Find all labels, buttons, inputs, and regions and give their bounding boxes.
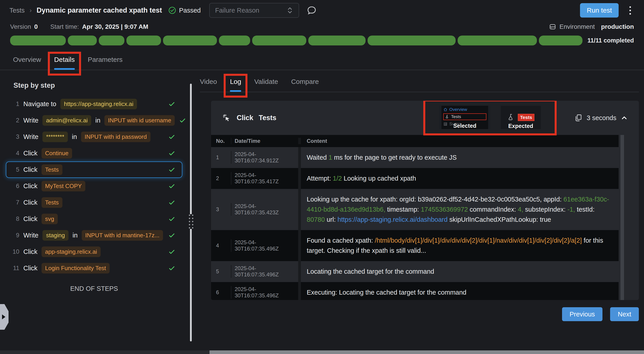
step-number: 5 (10, 166, 19, 173)
status-badge: Passed (168, 6, 201, 14)
log-row-5: 52025-04-30T16:07:35.496ZLocating the ca… (211, 261, 619, 282)
progress-segment (126, 36, 161, 45)
tab-log[interactable]: Log (230, 78, 241, 92)
step-chip-target: Tests (42, 197, 62, 208)
step-chip-target: Continue (42, 148, 72, 158)
next-button[interactable]: Next (610, 307, 639, 321)
step-row-5[interactable]: 5ClickTests (6, 161, 182, 178)
step-number: 6 (10, 183, 19, 190)
log-row-number: 4 (211, 242, 231, 249)
flask-icon (507, 113, 515, 121)
progress-segment (163, 36, 217, 45)
step-row-8[interactable]: 8Clicksvg (6, 211, 182, 227)
step-number: 3 (10, 133, 19, 140)
step-check-icon (168, 248, 176, 256)
step-chip-target: app-staging.relicx.ai (42, 247, 100, 257)
step-check-icon (168, 232, 176, 239)
detail-panel: VideoLogValidateCompare Click Tests 3 se… (182, 70, 644, 321)
step-action: Click (23, 264, 38, 272)
progress-segment (10, 36, 66, 45)
step-number: 7 (10, 199, 19, 206)
step-action: in (72, 232, 78, 239)
step-chip-target: Login Functionality Test (42, 263, 110, 273)
steps-list: 1Navigate tohttps://app-staging.relicx.a… (6, 96, 182, 276)
log-row-6: 62025-04-30T16:07:35.496ZExecuting: Loca… (211, 282, 619, 300)
panel-resize-grip[interactable] (188, 214, 194, 229)
step-chip-target: INPUT with id password (81, 132, 150, 142)
failure-reason-select[interactable]: Failure Reason (209, 3, 299, 18)
mini-nav-label: Overview (449, 107, 467, 112)
progress-segment (219, 36, 250, 45)
step-row-10[interactable]: 10Clickapp-staging.relicx.ai (6, 244, 182, 260)
annotation-box-log (224, 74, 248, 98)
detail-tabs: VideoLogValidateCompare (200, 78, 639, 92)
step-check-icon (168, 133, 176, 141)
failure-reason-placeholder: Failure Reason (215, 7, 259, 14)
version-value: 0 (34, 23, 38, 30)
previous-button[interactable]: Previous (562, 307, 603, 321)
step-check-icon (168, 149, 176, 157)
steps-scrollbar[interactable] (190, 84, 192, 341)
step-chip-value: staging (42, 230, 68, 241)
comment-icon[interactable] (306, 5, 317, 16)
step-action: in (95, 117, 100, 124)
step-row-3[interactable]: 3Write********inINPUT with id password (6, 129, 182, 145)
progress-segment (458, 36, 537, 45)
command-label: Click (237, 114, 253, 122)
breadcrumb-chevron-icon: › (30, 7, 32, 14)
step-row-11[interactable]: 11ClickLogin Functionality Test (6, 260, 182, 276)
selected-thumbnail-label: Selected (442, 123, 488, 129)
step-row-1[interactable]: 1Navigate tohttps://app-staging.relicx.a… (6, 96, 182, 112)
check-circle-icon (168, 6, 176, 14)
step-check-icon (168, 199, 176, 207)
log-table-header: No. Date/Time Content (211, 135, 619, 147)
step-action: Click (23, 149, 38, 157)
environment-group: Environment production (549, 23, 634, 31)
copy-icon[interactable] (574, 114, 583, 122)
horizontal-scrollbar[interactable] (0, 350, 644, 354)
log-row-timestamp: 2025-04-30T16:07:35.423Z (231, 203, 298, 216)
log-row-content: Looking up the cache for xpath: orgId: b… (298, 189, 619, 230)
step-action: Write (23, 232, 38, 239)
tab-parameters[interactable]: Parameters (88, 56, 122, 70)
chevron-up-icon[interactable] (620, 114, 628, 122)
step-number: 8 (10, 216, 19, 222)
environment-drive-icon (549, 23, 556, 31)
log-scrollbar[interactable] (620, 135, 624, 300)
run-test-button[interactable]: Run test (580, 3, 619, 18)
tab-details[interactable]: Details (54, 56, 75, 70)
horizontal-scrollbar-thumb[interactable] (210, 350, 644, 354)
meta-row: Version 0 Start time: Apr 30, 2025 | 9:0… (0, 23, 644, 31)
expected-thumbnail-label: Expected (501, 123, 541, 129)
environment-label: Environment (560, 23, 595, 30)
log-row-timestamp: 2025-04-30T16:07:35.496Z (231, 286, 298, 299)
tab-overview[interactable]: Overview (13, 56, 41, 70)
log-rows: 12025-04-30T16:07:34.912ZWaited 1 ms for… (211, 147, 619, 300)
start-time-value: Apr 30, 2025 | 9:07 AM (82, 23, 148, 30)
kebab-menu-icon[interactable] (626, 6, 634, 15)
step-number: 1 (10, 101, 19, 107)
step-number: 10 (10, 248, 19, 255)
step-action: in (72, 133, 77, 140)
progress-segment (252, 36, 306, 45)
command-target: Tests (259, 114, 276, 122)
expected-thumbnail[interactable]: Tests Expected (501, 106, 541, 129)
tab-video[interactable]: Video (200, 78, 217, 92)
app-root: Tests › Dynamic parameter cached xpath t… (0, 0, 644, 354)
progress-segment (99, 36, 124, 45)
step-row-7[interactable]: 7ClickTests (6, 194, 182, 211)
tab-validate[interactable]: Validate (254, 78, 278, 92)
step-action: Write (23, 133, 38, 140)
step-row-2[interactable]: 2Writeadmin@relicx.aiinINPUT with id use… (6, 112, 182, 129)
start-time-label: Start time: (50, 23, 79, 30)
breadcrumb-tests[interactable]: Tests (10, 7, 25, 14)
environment-value: production (601, 23, 634, 30)
step-row-6[interactable]: 6ClickMyTest COPY (6, 178, 182, 194)
step-row-4[interactable]: 4ClickContinue (6, 145, 182, 161)
log-row-content: Executing: Locating the cached target fo… (298, 282, 619, 300)
tab-compare[interactable]: Compare (291, 78, 319, 92)
log-row-number: 5 (211, 268, 231, 275)
selected-thumbnail[interactable]: OverviewTestsSuites Selected (439, 106, 490, 129)
step-chip-target: MyTest COPY (42, 181, 85, 191)
step-row-9[interactable]: 9WritestaginginINPUT with id mantine-17z… (6, 227, 182, 244)
